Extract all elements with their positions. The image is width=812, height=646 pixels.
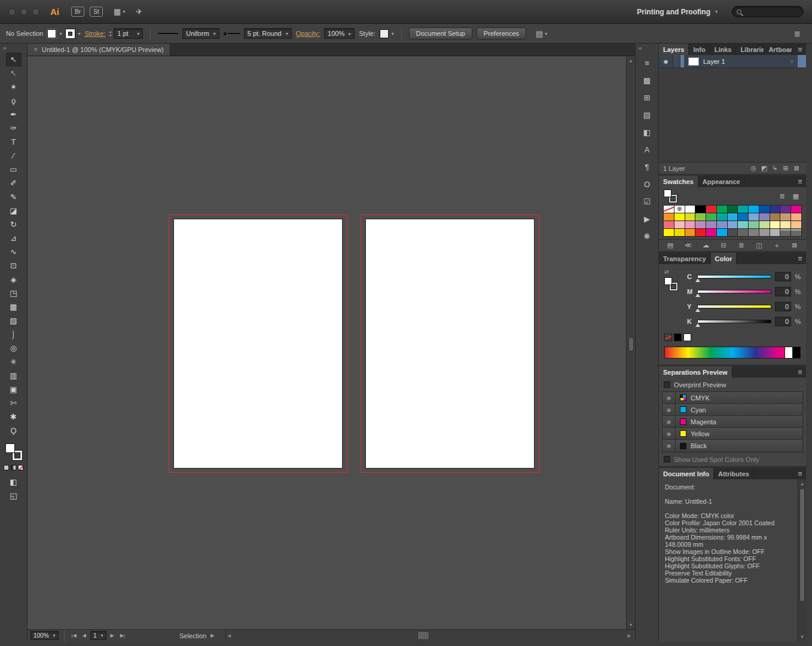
stroke-weight-stepper[interactable]: ▴▾ [109,30,111,37]
swap-fill-stroke-icon[interactable]: ⇄ [664,269,687,275]
first-artboard-button[interactable]: |◀ [70,633,78,638]
fill-stroke-indicator[interactable] [664,189,677,203]
artboard-tool[interactable]: ▣ [6,382,22,396]
black-chip[interactable] [792,347,800,358]
swatch[interactable] [728,221,738,228]
stroke-link[interactable]: Stroke: [84,30,105,37]
ink-visibility-eye-icon[interactable]: ◉ [663,428,676,439]
channel-value-input[interactable]: 0 [775,317,791,326]
status-options-icon[interactable]: ▶ [209,633,216,638]
vertical-scrollbar[interactable]: ▲ ▼ [626,56,635,629]
artboard-1[interactable] [173,219,343,469]
artboard-2[interactable] [365,219,535,469]
brushes-panel-icon[interactable]: ❋ [640,229,654,243]
bridge-button[interactable]: Br [71,7,84,17]
new-color-group-icon[interactable]: ⊟ [718,241,729,249]
swatch[interactable] [717,221,727,228]
rotate-tool[interactable]: ↻ [6,218,22,231]
none-button[interactable] [18,465,23,470]
brush-definition-select[interactable]: 5 pt. Round▾ [244,28,292,39]
horizontal-scroll-thumb[interactable] [417,631,429,640]
channel-slider[interactable] [697,305,771,308]
swatch[interactable] [791,229,801,236]
overprint-preview-checkbox[interactable]: Overprint Preview [659,378,806,391]
panel-menu-icon[interactable]: ≣ [794,366,806,378]
swatch[interactable] [738,221,748,228]
symbol-sprayer-tool[interactable]: ✳ [6,355,22,369]
slider-thumb-icon[interactable] [695,278,700,282]
variable-width-profile-select[interactable]: Uniform▾ [182,28,219,39]
swatch[interactable] [706,206,716,213]
color-spectrum-bar[interactable] [664,347,801,359]
stock-button[interactable]: St [90,7,103,17]
swatch[interactable] [695,206,706,213]
horizontal-scroll-track[interactable] [232,630,627,641]
swatch[interactable] [717,229,727,236]
ink-visibility-eye-icon[interactable]: ◉ [663,392,676,403]
layer-visibility-eye-icon[interactable]: ◉ [659,55,673,68]
folder-icon[interactable]: ◫ [754,241,765,249]
swatch[interactable] [780,206,790,213]
swatch[interactable] [674,213,685,221]
swatch[interactable] [759,213,770,221]
opacity-link[interactable]: Opacity: [296,30,320,37]
swatch[interactable] [664,213,674,221]
scroll-right-icon[interactable]: ▶ [627,631,632,641]
pen-tool[interactable]: ✒ [6,108,22,121]
stepper-up-icon[interactable]: ▴ [109,30,111,33]
ink-visibility-eye-icon[interactable]: ◉ [663,404,676,415]
panel-menu-icon[interactable]: ≣ [794,253,806,264]
swatch[interactable] [695,213,706,221]
layer-name[interactable]: Layer 1 [703,55,725,68]
column-graph-tool[interactable]: ▥ [6,369,22,382]
swatch[interactable] [706,229,716,236]
checkbox-icon[interactable] [664,456,670,463]
gradient-button[interactable] [11,465,16,470]
align-panel-icon[interactable]: ▤ [640,108,654,121]
swatch[interactable] [791,221,801,228]
zoom-tool[interactable]: Ϙ [6,424,22,437]
delete-layer-icon[interactable]: ⊠ [791,164,802,172]
scroll-down-icon[interactable]: ▼ [799,632,805,641]
swatch[interactable] [749,206,759,213]
stepper-down-icon[interactable]: ▾ [109,34,111,37]
paragraph-panel-icon[interactable]: ¶ [640,160,654,173]
tab-links[interactable]: Links [710,44,737,55]
perspective-grid-tool[interactable]: ◳ [6,286,22,300]
swatch[interactable] [664,206,674,213]
canvas[interactable]: ▲ ▼ [28,56,635,629]
swatch[interactable] [759,229,770,236]
swatch[interactable] [791,206,801,213]
stroke-color-control[interactable]: ▾ [66,29,80,38]
separation-row[interactable]: ◉ CMYK [663,392,802,404]
minimize-window-button[interactable] [20,8,28,16]
swatch[interactable] [674,229,685,236]
gradient-panel-icon[interactable]: ▩ [640,74,654,87]
swatch[interactable] [685,221,695,228]
transform-panel-icon[interactable]: ⊞ [640,91,654,104]
share-icon[interactable]: ✈ [136,7,142,16]
pencil-tool[interactable]: ✎ [6,190,22,204]
tab-document-info[interactable]: Document Info [659,468,714,479]
actions-panel-icon[interactable]: ▶ [640,212,654,225]
close-tab-icon[interactable]: × [33,45,38,54]
last-artboard-button[interactable]: ▶| [118,633,127,638]
delete-swatch-icon[interactable]: ⊠ [789,241,800,249]
ink-visibility-eye-icon[interactable]: ◉ [663,440,676,452]
slider-thumb-icon[interactable] [695,323,700,327]
tab-artboards[interactable]: Artboards [764,44,792,55]
fill-stroke-indicator[interactable] [5,443,22,460]
drawing-mode-button[interactable]: ◧ [6,475,22,489]
eyedropper-tool[interactable]: ⌡ [6,327,22,341]
swatch[interactable] [706,221,716,228]
width-tool[interactable]: ∿ [6,245,22,259]
blend-tool[interactable]: ◎ [6,341,22,355]
swatch[interactable] [770,213,780,221]
scale-tool[interactable]: ⊿ [6,231,22,245]
swatch[interactable] [728,213,738,221]
panel-menu-icon[interactable]: ≣ [794,176,806,187]
swatch[interactable] [674,221,685,228]
slider-thumb-icon[interactable] [695,308,700,312]
tab-attributes[interactable]: Attributes [714,468,754,479]
color-chip[interactable] [683,333,691,341]
